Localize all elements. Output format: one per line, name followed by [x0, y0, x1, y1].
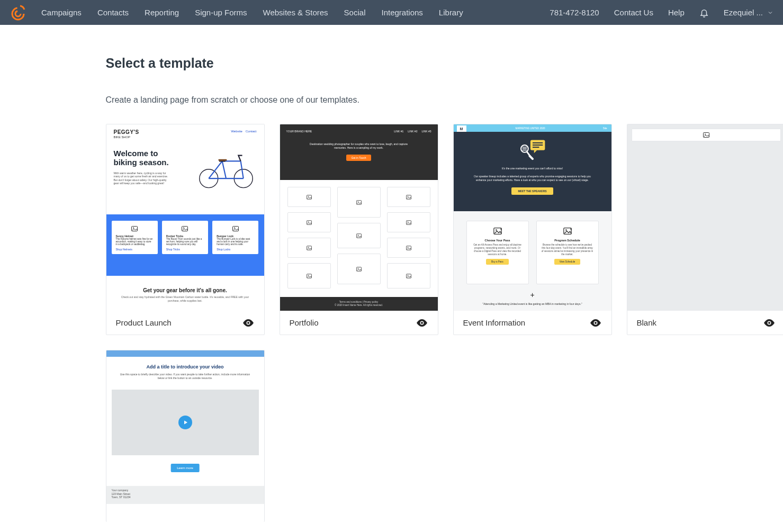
svg-point-14 — [308, 196, 309, 197]
nav-signup-forms[interactable]: Sign-up Forms — [195, 8, 247, 17]
thumb-link: Contact — [246, 130, 257, 133]
bike-icon — [194, 148, 258, 192]
svg-point-46 — [496, 229, 497, 231]
svg-point-6 — [133, 228, 134, 229]
template-card-video[interactable]: Add a title to introduce your video Use … — [106, 350, 265, 522]
tile-desc: The Boost Trion sounds just like a set h… — [166, 238, 204, 246]
template-card-portfolio[interactable]: YOUR BRAND HERE LINK #1 LINK #2 LINK #3 … — [280, 124, 438, 335]
template-grid: PEGGY'S BIKE SHOP Website Contact Welcom… — [106, 124, 731, 522]
thumb-bottom-text: Check out and stay hydrated with the Gre… — [116, 295, 255, 302]
template-name: Event Information — [463, 318, 526, 327]
brand-logo[interactable] — [10, 4, 26, 21]
svg-point-0 — [12, 8, 24, 20]
template-card-blank[interactable]: Blank — [627, 124, 784, 335]
template-name: Blank — [637, 318, 657, 327]
swirl-icon — [10, 4, 26, 21]
template-name: Product Launch — [116, 318, 172, 327]
thumb-quote: "Attending a Marketing United event is l… — [454, 302, 611, 305]
svg-point-58 — [768, 322, 770, 324]
thumb-sub: Use this space to briefly describe your … — [117, 373, 254, 380]
thumb-cta: Get in Touch — [346, 155, 372, 161]
user-menu[interactable]: Ezequiel ... — [724, 8, 773, 17]
user-name-label: Ezequiel ... — [724, 8, 763, 17]
nav-websites-stores[interactable]: Websites & Stores — [263, 8, 328, 17]
template-card-event-information[interactable]: M MARKETING UNITED 2020 Site — [453, 124, 612, 335]
image-placeholder-icon — [182, 226, 188, 231]
plus-icon: + — [454, 291, 611, 299]
svg-point-30 — [407, 221, 408, 222]
thumb-brand: YOUR BRAND HERE — [286, 130, 312, 133]
image-placeholder-icon — [307, 195, 312, 200]
thumb-sub: With warm weather here, cycling is a way… — [114, 172, 172, 185]
image-placeholder-icon — [356, 200, 362, 205]
thumb-banner-text: MARKETING UNITED 2020 — [516, 127, 545, 130]
thumb-footer-text: © 2020 Insert Name Here. All rights rese… — [335, 304, 383, 307]
nav-social[interactable]: Social — [344, 8, 366, 17]
nav-library[interactable]: Library — [439, 8, 463, 17]
phone-number[interactable]: 781-472-8120 — [550, 8, 599, 17]
preview-button[interactable] — [416, 319, 428, 327]
svg-point-16 — [308, 221, 309, 222]
help-link[interactable]: Help — [668, 8, 685, 17]
tile-link: Shop Locks — [217, 248, 230, 251]
eye-icon — [589, 319, 602, 327]
page-content: Select a template Create a landing page … — [53, 56, 731, 532]
thumb-logo-mark: M — [457, 125, 466, 132]
image-placeholder-icon — [493, 228, 502, 235]
thumb-hero-text: Our speaker lineup includes a talented g… — [472, 175, 593, 182]
eye-icon — [763, 319, 776, 327]
thumb-headline: Welcome to biking season. — [114, 149, 172, 167]
svg-point-56 — [705, 134, 706, 135]
nav-contacts[interactable]: Contacts — [97, 8, 129, 17]
svg-point-20 — [308, 275, 309, 276]
image-placeholder-icon — [703, 132, 709, 138]
svg-point-10 — [234, 228, 235, 229]
thumb-hero-sub: It's the one marketing event you can't a… — [502, 167, 563, 170]
thumb-brand: PEGGY'S — [114, 130, 139, 135]
svg-point-8 — [183, 228, 184, 229]
bell-icon — [699, 8, 709, 17]
thumb-card-title: Program Schedule — [554, 239, 580, 242]
image-placeholder-icon — [307, 246, 312, 250]
nav-integrations[interactable]: Integrations — [381, 8, 422, 17]
thumb-link: LINK #3 — [421, 130, 431, 133]
image-placeholder-icon — [307, 274, 312, 278]
page-subtitle: Create a landing page from scratch or ch… — [106, 95, 731, 105]
image-placeholder-icon — [406, 274, 411, 278]
preview-button[interactable] — [589, 319, 602, 327]
svg-point-24 — [357, 235, 358, 236]
template-thumbnail — [627, 124, 784, 311]
tile-link: Shop Helmets — [116, 248, 132, 251]
page-title: Select a template — [106, 56, 731, 71]
template-thumbnail: M MARKETING UNITED 2020 Site — [454, 124, 611, 311]
tile-desc: The Robyne helmet sets fine for an accor… — [116, 238, 154, 246]
contact-us-link[interactable]: Contact Us — [614, 8, 653, 17]
svg-point-32 — [407, 247, 408, 248]
eye-icon — [416, 319, 428, 327]
template-thumbnail: YOUR BRAND HERE LINK #1 LINK #2 LINK #3 … — [280, 124, 438, 311]
notifications-button[interactable] — [699, 8, 709, 17]
template-card-product-launch[interactable]: PEGGY'S BIKE SHOP Website Contact Welcom… — [106, 124, 265, 335]
thumb-bottom-heading: Get your gear before it's all gone. — [116, 287, 255, 293]
image-placeholder-icon — [356, 267, 362, 272]
preview-button[interactable] — [763, 319, 776, 327]
image-placeholder-icon — [131, 226, 138, 231]
nav-campaigns[interactable]: Campaigns — [41, 8, 82, 17]
svg-point-1 — [15, 11, 21, 16]
svg-point-36 — [421, 322, 423, 324]
svg-point-28 — [407, 196, 408, 197]
svg-point-22 — [357, 201, 358, 202]
thumb-brand-sub: BIKE SHOP — [114, 136, 130, 139]
svg-point-18 — [308, 247, 309, 248]
image-placeholder-icon — [406, 220, 411, 225]
top-nav: Campaigns Contacts Reporting Sign-up For… — [0, 0, 783, 25]
template-thumbnail: PEGGY'S BIKE SHOP Website Contact Welcom… — [106, 124, 264, 311]
thumb-banner-right: Site — [603, 127, 607, 130]
preview-button[interactable] — [242, 319, 255, 327]
svg-point-12 — [247, 322, 249, 324]
thumb-hero-cta: MEET THE SPEAKERS — [511, 187, 553, 195]
thumb-card-title: Choose Your Pass — [484, 239, 510, 242]
thumb-sub: Destination wedding photographer for cou… — [306, 142, 412, 149]
image-placeholder-icon — [406, 246, 411, 250]
nav-reporting[interactable]: Reporting — [145, 8, 179, 17]
